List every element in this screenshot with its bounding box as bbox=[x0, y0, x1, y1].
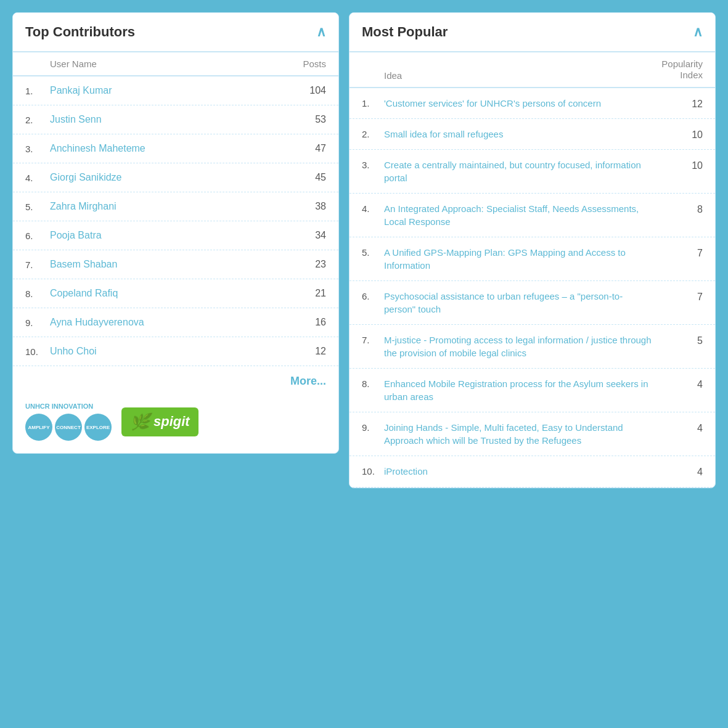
table-row: 2. Justin Senn 53 bbox=[13, 105, 338, 134]
contributor-name[interactable]: Pooja Batra bbox=[50, 230, 295, 241]
idea-name[interactable]: Joining Hands - Simple, Multi faceted, E… bbox=[384, 421, 653, 447]
left-panel-header: Top Contributors ∧ bbox=[13, 13, 338, 52]
left-panel-chevron-icon[interactable]: ∧ bbox=[316, 24, 326, 40]
idea-col-name-header: Idea bbox=[384, 70, 653, 81]
contributor-rank: 1. bbox=[25, 86, 50, 96]
contributor-rank: 8. bbox=[25, 288, 50, 299]
right-panel-chevron-icon[interactable]: ∧ bbox=[693, 24, 703, 40]
right-panel: Most Popular ∧ Idea PopularityIndex 1. '… bbox=[349, 12, 716, 488]
contributor-posts: 12 bbox=[295, 346, 326, 357]
list-item: 1. 'Customer services' for UNHCR's perso… bbox=[350, 88, 715, 119]
contributor-rank: 10. bbox=[25, 346, 50, 357]
unhcr-branding: UNHCR INNOVATION AMPLIFYCONNECTEXPLORE bbox=[25, 403, 112, 441]
left-panel: Top Contributors ∧ User Name Posts 1. Pa… bbox=[12, 12, 339, 454]
col-posts-header: Posts bbox=[303, 59, 326, 69]
contributor-name[interactable]: Ayna Hudayverenova bbox=[50, 317, 295, 328]
idea-name[interactable]: Small idea for small refugees bbox=[384, 128, 653, 141]
idea-name[interactable]: Psychosocial assistance to urban refugee… bbox=[384, 290, 653, 316]
idea-rank: 10. bbox=[362, 465, 384, 476]
contributor-posts: 47 bbox=[295, 143, 326, 154]
idea-index: 8 bbox=[653, 202, 703, 215]
idea-index: 10 bbox=[653, 158, 703, 171]
idea-rank: 7. bbox=[362, 333, 384, 345]
spigit-logo: 🌿 spigit bbox=[121, 407, 198, 436]
idea-name[interactable]: M-justice - Promoting access to legal in… bbox=[384, 333, 653, 359]
idea-rank: 3. bbox=[362, 158, 384, 170]
contributor-rank: 9. bbox=[25, 317, 50, 328]
list-item: 9. Joining Hands - Simple, Multi faceted… bbox=[350, 412, 715, 456]
table-row: 5. Zahra Mirghani 38 bbox=[13, 192, 338, 221]
left-panel-title: Top Contributors bbox=[25, 24, 135, 40]
idea-rank: 6. bbox=[362, 290, 384, 301]
right-panel-header: Most Popular ∧ bbox=[350, 13, 715, 52]
idea-index: 4 bbox=[653, 421, 703, 434]
contributor-name[interactable]: Copeland Rafiq bbox=[50, 288, 295, 299]
contributor-rank: 2. bbox=[25, 115, 50, 125]
idea-name[interactable]: iProtection bbox=[384, 465, 653, 478]
list-item: 10. iProtection 4 bbox=[350, 456, 715, 487]
table-row: 6. Pooja Batra 34 bbox=[13, 221, 338, 250]
list-item: 6. Psychosocial assistance to urban refu… bbox=[350, 281, 715, 325]
list-item: 3. Create a centrally maintained, but co… bbox=[350, 150, 715, 194]
right-panel-title: Most Popular bbox=[362, 24, 448, 40]
circle-button[interactable]: EXPLORE bbox=[84, 414, 112, 441]
contributor-posts: 16 bbox=[295, 317, 326, 328]
contributor-name[interactable]: Unho Choi bbox=[50, 346, 295, 357]
idea-name[interactable]: Create a centrally maintained, but count… bbox=[384, 158, 653, 184]
contributor-rank: 4. bbox=[25, 173, 50, 183]
idea-index: 12 bbox=[653, 97, 703, 110]
idea-name[interactable]: Enhanced Mobile Registration process for… bbox=[384, 377, 653, 403]
idea-name[interactable]: 'Customer services' for UNHCR's persons … bbox=[384, 97, 653, 110]
idea-rank: 5. bbox=[362, 246, 384, 258]
spigit-icon: 🌿 bbox=[130, 412, 150, 431]
ideas-table-header: Idea PopularityIndex bbox=[350, 52, 715, 88]
idea-index: 4 bbox=[653, 377, 703, 390]
contributors-table-header: User Name Posts bbox=[13, 52, 338, 76]
idea-rank: 9. bbox=[362, 421, 384, 433]
contributor-name[interactable]: Justin Senn bbox=[50, 114, 295, 125]
idea-name[interactable]: A Unified GPS-Mapping Plan: GPS Mapping … bbox=[384, 246, 653, 272]
more-link[interactable]: More... bbox=[13, 366, 338, 396]
circle-button[interactable]: AMPLIFY bbox=[25, 414, 52, 441]
contributor-posts: 21 bbox=[295, 288, 326, 299]
contributor-posts: 104 bbox=[295, 85, 326, 96]
unhcr-label: UNHCR INNOVATION bbox=[25, 403, 112, 410]
idea-index: 7 bbox=[653, 246, 703, 259]
list-item: 8. Enhanced Mobile Registration process … bbox=[350, 369, 715, 412]
table-row: 9. Ayna Hudayverenova 16 bbox=[13, 308, 338, 337]
contributor-posts: 38 bbox=[295, 201, 326, 212]
idea-index: 5 bbox=[653, 333, 703, 346]
contributor-posts: 34 bbox=[295, 230, 326, 241]
contributor-rank: 7. bbox=[25, 260, 50, 270]
list-item: 2. Small idea for small refugees 10 bbox=[350, 119, 715, 150]
idea-index: 10 bbox=[653, 128, 703, 141]
contributor-rank: 5. bbox=[25, 202, 50, 212]
contributor-name[interactable]: Anchinesh Maheteme bbox=[50, 143, 295, 154]
contributor-posts: 45 bbox=[295, 172, 326, 183]
col-username-header: User Name bbox=[50, 59, 303, 69]
contributor-name[interactable]: Basem Shaban bbox=[50, 259, 295, 270]
contributor-posts: 53 bbox=[295, 114, 326, 125]
table-row: 10. Unho Choi 12 bbox=[13, 337, 338, 366]
contributor-posts: 23 bbox=[295, 259, 326, 270]
footer-section: UNHCR INNOVATION AMPLIFYCONNECTEXPLORE 🌿… bbox=[13, 396, 338, 453]
contributor-name[interactable]: Giorgi Sanikidze bbox=[50, 172, 295, 183]
idea-rank: 2. bbox=[362, 128, 384, 139]
list-item: 5. A Unified GPS-Mapping Plan: GPS Mappi… bbox=[350, 237, 715, 281]
circle-button[interactable]: CONNECT bbox=[55, 414, 82, 441]
contributor-rank: 3. bbox=[25, 144, 50, 154]
contributor-name[interactable]: Zahra Mirghani bbox=[50, 201, 295, 212]
table-row: 4. Giorgi Sanikidze 45 bbox=[13, 163, 338, 192]
idea-name[interactable]: An Integrated Approach: Specialist Staff… bbox=[384, 202, 653, 228]
contributor-rank: 6. bbox=[25, 231, 50, 241]
contributors-list: 1. Pankaj Kumar 104 2. Justin Senn 53 3.… bbox=[13, 76, 338, 366]
table-row: 1. Pankaj Kumar 104 bbox=[13, 76, 338, 105]
table-row: 7. Basem Shaban 23 bbox=[13, 250, 338, 279]
list-item: 4. An Integrated Approach: Specialist St… bbox=[350, 194, 715, 237]
table-row: 3. Anchinesh Maheteme 47 bbox=[13, 134, 338, 163]
idea-index: 7 bbox=[653, 290, 703, 303]
main-container: Top Contributors ∧ User Name Posts 1. Pa… bbox=[12, 12, 716, 716]
contributor-name[interactable]: Pankaj Kumar bbox=[50, 85, 295, 96]
ideas-list: 1. 'Customer services' for UNHCR's perso… bbox=[350, 88, 715, 488]
idea-rank: 1. bbox=[362, 97, 384, 108]
